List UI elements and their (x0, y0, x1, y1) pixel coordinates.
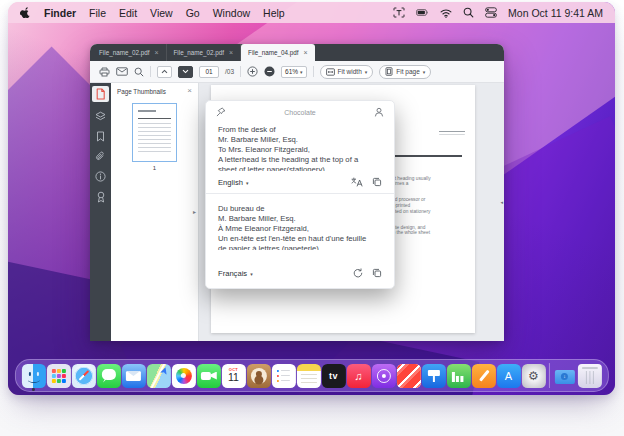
chevron-down-icon (300, 68, 303, 75)
dock-music[interactable] (346, 364, 370, 388)
menu-window[interactable]: Window (213, 7, 250, 19)
zoom-level-select[interactable]: 61% (281, 66, 307, 78)
chevron-down-icon (250, 269, 253, 278)
dock-safari[interactable] (71, 364, 95, 388)
screen-capture-icon[interactable] (393, 7, 405, 18)
dock-messages[interactable] (96, 364, 120, 388)
dock-trash[interactable] (578, 364, 602, 388)
menu-clock[interactable]: Mon Oct 11 9:41 AM (508, 7, 603, 19)
dock-keynote[interactable] (421, 364, 445, 388)
toolbar-divider (150, 66, 151, 77)
spotlight-icon[interactable] (463, 7, 474, 18)
chevron-down-icon (365, 68, 368, 75)
target-line: À Mme Eleanor Fitzgerald, (218, 224, 382, 234)
dock-contacts[interactable] (246, 364, 270, 388)
target-line: de papier à lettres (papeterie) (218, 244, 382, 250)
close-icon[interactable] (303, 49, 307, 56)
print-icon[interactable] (99, 67, 110, 77)
dock-photos[interactable] (171, 364, 195, 388)
dock-podcasts[interactable] (371, 364, 395, 388)
page-number-input[interactable] (199, 66, 219, 78)
dock-pages[interactable] (471, 364, 495, 388)
apple-menu-icon[interactable] (20, 7, 31, 19)
refresh-icon[interactable] (353, 268, 363, 278)
dock-tv[interactable] (321, 364, 345, 388)
dock-finder[interactable] (21, 364, 45, 388)
control-center-icon[interactable] (485, 7, 497, 18)
target-language-row: Français (206, 262, 394, 284)
zoom-in-icon[interactable] (247, 66, 258, 77)
copy-icon[interactable] (372, 177, 382, 187)
source-line: To Mrs. Eleanor Fitzgerald, (218, 145, 382, 155)
dock-launchpad[interactable] (46, 364, 70, 388)
tab-file-name-02-pdf[interactable]: File_name_02.pdf (167, 44, 242, 61)
dock-numbers[interactable] (446, 364, 470, 388)
dock-settings[interactable] (521, 364, 545, 388)
previous-page-button[interactable] (157, 66, 172, 78)
menu-edit[interactable]: Edit (119, 7, 137, 19)
desktop-screen: Finder FileEditViewGoWindowHelp Mon Oct … (8, 2, 615, 395)
sidebar-tool-attachments-icon[interactable] (95, 151, 106, 162)
wifi-icon[interactable] (440, 8, 452, 18)
close-icon[interactable] (154, 49, 158, 56)
fit-page-button[interactable]: Fit page (379, 65, 431, 79)
sidebar-tool-layers-icon[interactable] (95, 111, 106, 122)
search-icon[interactable] (134, 67, 144, 77)
tab-file-name-02-pdf[interactable]: File_name_02.pdf (92, 44, 167, 61)
panel-collapse-arrow[interactable]: ▸ (193, 208, 196, 215)
letterhead-mark (439, 131, 465, 132)
panel-title: Page Thumbnails (117, 88, 166, 95)
right-collapse-arrow[interactable]: ◂ (500, 199, 503, 205)
dock-notes[interactable] (296, 364, 320, 388)
sidebar-tool-page-thumbnails[interactable] (92, 86, 109, 102)
target-line: M. Barbare Miller, Esq. (218, 214, 382, 224)
source-language-select[interactable]: English (218, 178, 248, 187)
menu-items: FileEditViewGoWindowHelp (89, 7, 285, 19)
menu-bar: Finder FileEditViewGoWindowHelp Mon Oct … (8, 2, 615, 23)
dock-facetime[interactable] (196, 364, 220, 388)
target-line: Un en-tête est l'en-tête en haut d'une f… (218, 234, 382, 244)
profile-icon[interactable] (374, 107, 384, 117)
dock-reminders[interactable] (271, 364, 295, 388)
dock-mail[interactable] (121, 364, 145, 388)
pin-icon[interactable] (216, 107, 226, 117)
tab-file-name-04-pdf[interactable]: File_name_04.pdf (241, 44, 315, 61)
zoom-out-icon[interactable] (264, 66, 275, 77)
running-indicator (32, 388, 35, 391)
close-icon[interactable] (229, 49, 233, 56)
translator-popup: Chocolate From the desk ofMr. Barbare Mi… (205, 100, 395, 289)
chevron-down-icon (246, 178, 249, 187)
dock-downloads[interactable] (553, 364, 577, 388)
chevron-down-icon (423, 68, 426, 75)
menu-view[interactable]: View (150, 7, 173, 19)
email-icon[interactable] (116, 67, 128, 76)
sidebar-tool-signature-icon[interactable] (96, 191, 106, 203)
pdf-toolbar: /03 61% Fit width Fit page (90, 61, 504, 83)
menu-help[interactable]: Help (263, 7, 285, 19)
menu-go[interactable]: Go (186, 7, 200, 19)
translated-text: Du bureau deM. Barbare Miller, Esq.À Mme… (206, 200, 394, 250)
dock-news[interactable] (396, 364, 420, 388)
fit-width-button[interactable]: Fit width (320, 65, 374, 79)
source-line: Mr. Barbare Miller, Esq. (218, 135, 382, 145)
target-language-select[interactable]: Français (218, 269, 253, 278)
menu-file[interactable]: File (89, 7, 106, 19)
sidebar-tool-bookmarks-icon[interactable] (96, 131, 105, 142)
source-line: A letterhead is the heading at the top o… (218, 155, 382, 165)
battery-icon[interactable] (416, 7, 429, 18)
page-thumbnail[interactable] (132, 103, 177, 162)
sidebar-tool-info-icon[interactable] (95, 171, 106, 182)
dock-maps[interactable] (146, 364, 170, 388)
close-icon[interactable] (187, 87, 192, 95)
dock-appstore[interactable] (496, 364, 520, 388)
popup-title: Chocolate (284, 109, 316, 116)
translate-icon[interactable] (351, 177, 363, 187)
menu-app-name[interactable]: Finder (44, 7, 76, 19)
toolbar-divider (240, 66, 241, 77)
source-line: From the desk of (218, 125, 382, 135)
next-page-button[interactable] (178, 66, 193, 78)
sidebar-tool-strip (90, 83, 111, 341)
dock-calendar[interactable]: OCT11 (221, 364, 245, 388)
marketing-canvas: Finder FileEditViewGoWindowHelp Mon Oct … (0, 0, 624, 436)
copy-icon[interactable] (372, 268, 382, 278)
